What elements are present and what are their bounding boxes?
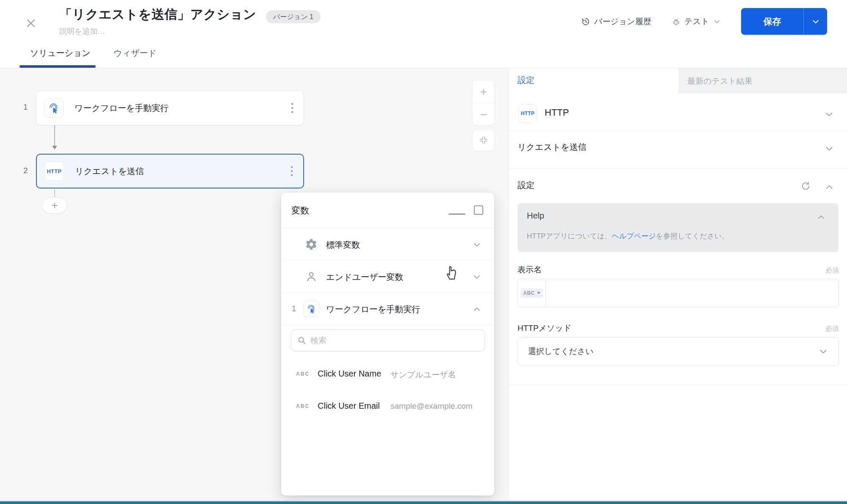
- workflow-edge: [54, 189, 55, 197]
- caret-down-icon: [537, 292, 540, 294]
- workflow-edge: [54, 125, 55, 146]
- add-step-button[interactable]: [42, 197, 67, 213]
- person-icon: [305, 270, 318, 283]
- sidebar-tab-latest-test-results[interactable]: 最新のテスト結果: [678, 68, 847, 94]
- tab-solution[interactable]: ソリューション: [30, 47, 91, 59]
- chevron-up-icon: [472, 305, 482, 314]
- chevron-down-icon: [811, 17, 820, 26]
- variable-type-badge: ABC: [296, 403, 310, 409]
- node-2-number: 2: [23, 166, 28, 175]
- value-type-chip: ABC: [520, 288, 543, 298]
- variable-name: Click User Name: [318, 369, 381, 379]
- search-icon: [297, 336, 306, 345]
- variables-panel-title: 変数: [291, 205, 309, 216]
- maximize-icon[interactable]: [474, 205, 483, 215]
- required-badge: 必須: [825, 324, 839, 333]
- display-name-label: 表示名: [518, 264, 542, 275]
- variable-item-user-email[interactable]: ABC Click User Email sample@example.com: [281, 395, 494, 417]
- chevron-down-icon: [472, 240, 482, 249]
- test-label: テスト: [684, 16, 709, 27]
- minus-icon: [479, 110, 488, 119]
- divider: [509, 168, 847, 169]
- tab-wizard[interactable]: ウィザード: [113, 47, 157, 59]
- workflow-node-trigger[interactable]: ワークフローを手動実行: [36, 91, 304, 125]
- kebab-menu-icon[interactable]: [291, 102, 293, 114]
- chevron-down-icon: [472, 272, 482, 282]
- search-input[interactable]: [310, 336, 479, 345]
- app-name-row[interactable]: HTTP: [545, 107, 569, 118]
- version-history-button[interactable]: バージョン履歴: [581, 16, 651, 27]
- section-label: エンドユーザー変数: [326, 271, 403, 283]
- http-app-icon-box: HTTP: [518, 104, 537, 123]
- variables-panel-header[interactable]: 変数: [281, 193, 494, 228]
- http-method-label: HTTPメソッド: [518, 323, 571, 334]
- close-icon: [25, 17, 37, 30]
- variable-item-user-name[interactable]: ABC Click User Name サンプルユーザ名: [281, 363, 494, 385]
- select-placeholder: 選択してください: [528, 346, 818, 357]
- help-text: を参照してください。: [656, 232, 729, 240]
- zoom-in-button[interactable]: [473, 80, 494, 103]
- action-name-row[interactable]: リクエストを送信: [518, 141, 587, 153]
- sidebar-tab-settings[interactable]: 設定: [518, 75, 534, 86]
- variable-type-badge: ABC: [296, 371, 310, 377]
- http-icon: HTTP: [47, 168, 61, 174]
- step-number: 1: [292, 305, 296, 313]
- divider: [509, 385, 847, 385]
- page-title: 「リクエストを送信」アクション: [59, 6, 256, 23]
- help-title: Help: [527, 211, 544, 221]
- variables-section-enduser[interactable]: エンドユーザー変数: [281, 260, 494, 293]
- version-badge: バージョン 1: [266, 10, 321, 23]
- gear-icon: [305, 238, 318, 251]
- workflow-edge-arrowhead: [52, 146, 57, 150]
- close-button[interactable]: [25, 17, 37, 30]
- variables-section-trigger-step[interactable]: 1 ワークフローを手動実行: [281, 293, 494, 325]
- node-label: リクエストを送信: [75, 166, 291, 177]
- variable-sample-value: sample@example.com: [390, 402, 473, 411]
- version-history-label: バージョン履歴: [594, 16, 651, 27]
- value-type-selector[interactable]: ABC: [518, 279, 546, 307]
- http-icon-box: HTTP: [44, 161, 64, 181]
- minimize-icon[interactable]: [448, 213, 465, 215]
- kebab-menu-icon[interactable]: [291, 166, 293, 177]
- http-method-select[interactable]: 選択してください: [518, 337, 839, 366]
- save-button[interactable]: 保存: [741, 8, 803, 35]
- chevron-down-icon[interactable]: [824, 109, 834, 119]
- pointer-hand-cursor: [444, 263, 459, 280]
- section-label: ワークフローを手動実行: [326, 304, 420, 315]
- plus-icon: [50, 201, 59, 210]
- help-page-link[interactable]: ヘルプページ: [612, 232, 656, 240]
- workflow-node-send-request-selected[interactable]: HTTP リクエストを送信: [36, 154, 304, 188]
- node-1-number: 1: [23, 102, 28, 112]
- save-split-button: 保存: [741, 8, 827, 35]
- description-placeholder[interactable]: 説明を追加…: [59, 26, 105, 36]
- variable-search-box: [291, 329, 485, 352]
- variables-panel: 変数 標準変数 エンドユーザー変数 1 ワークフローを手動実行: [281, 193, 494, 496]
- help-body: HTTPアプリについては、ヘルプページを参照してください。: [527, 231, 729, 241]
- plus-icon: [479, 87, 488, 97]
- canvas-zoom-controls: [472, 80, 495, 125]
- settings-section-header[interactable]: 設定: [518, 180, 534, 191]
- refresh-icon[interactable]: [801, 181, 811, 191]
- zoom-out-button[interactable]: [473, 103, 494, 125]
- help-box: Help HTTPアプリについては、ヘルプページを参照してください。: [518, 203, 839, 252]
- http-icon: HTTP: [521, 111, 535, 116]
- test-button[interactable]: テスト: [672, 16, 721, 27]
- display-name-input[interactable]: [546, 279, 839, 307]
- save-label: 保存: [764, 16, 781, 28]
- fit-view-button[interactable]: [472, 129, 495, 151]
- chevron-up-icon[interactable]: [817, 213, 826, 222]
- click-icon: [48, 102, 60, 114]
- variable-sample-value: サンプルユーザ名: [390, 369, 456, 380]
- bug-icon: [672, 17, 681, 26]
- chevron-down-icon[interactable]: [824, 144, 834, 154]
- sidebar-divider: [508, 68, 509, 501]
- click-icon: [306, 304, 316, 314]
- save-dropdown-button[interactable]: [803, 8, 827, 35]
- bottom-accent-bar: [0, 501, 847, 504]
- manual-trigger-icon-box: [44, 98, 64, 118]
- manual-trigger-icon-box: [303, 301, 319, 317]
- variables-section-standard[interactable]: 標準変数: [281, 228, 494, 260]
- help-text: HTTPアプリについては、: [527, 232, 612, 240]
- section-label: 標準変数: [326, 239, 360, 251]
- chevron-up-icon[interactable]: [824, 182, 834, 192]
